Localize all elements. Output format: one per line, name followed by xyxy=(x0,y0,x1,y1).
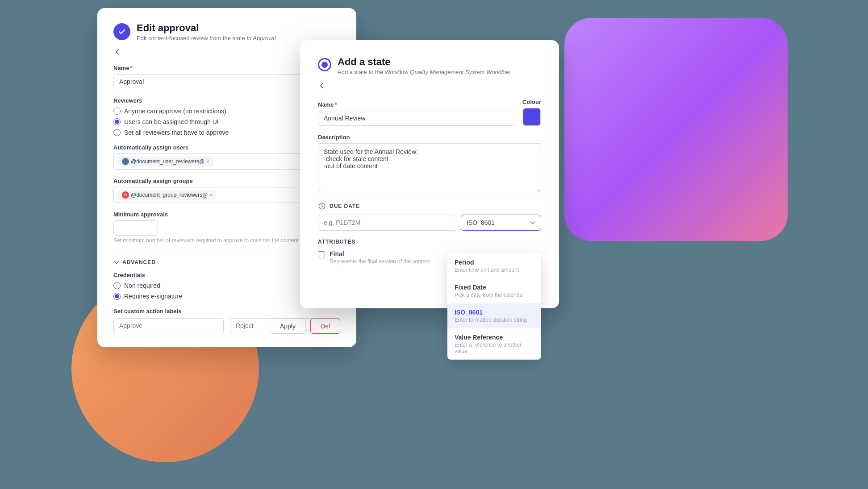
edit-custom-labels-label: Set custom action labels xyxy=(113,308,340,315)
dropdown-item-iso8601[interactable]: ISO_8601 Enter formatted duration string xyxy=(447,303,541,328)
credential-label-1: Non required xyxy=(124,282,160,289)
edit-dialog-footer: Apply Del xyxy=(270,319,340,334)
dropdown-item-fixed-date[interactable]: Fixed Date Pick a date from the calendar xyxy=(447,278,541,303)
edit-apply-button[interactable]: Apply xyxy=(270,319,306,334)
radio-inner xyxy=(321,62,328,68)
add-dialog-icon xyxy=(318,58,331,71)
group-tag-remove[interactable]: × xyxy=(209,192,213,198)
add-dialog-title: Add a state xyxy=(338,56,510,68)
add-final-text: Final Represents the final version of th… xyxy=(330,250,430,265)
edit-approve-input[interactable] xyxy=(113,318,224,333)
clock-icon xyxy=(318,202,326,210)
edit-dialog-subtitle: Edit content-focused review from the sta… xyxy=(137,35,276,41)
add-dialog-subtitle-prefix: Add a state to the Workflow xyxy=(338,69,409,75)
add-back-button[interactable] xyxy=(318,82,541,90)
user-tag-remove[interactable]: × xyxy=(206,159,209,164)
dropdown-item-value-ref[interactable]: Value Reference Enter a reference to ano… xyxy=(447,328,541,360)
credential-radio-2[interactable] xyxy=(113,293,121,300)
dropdown-fixed-date-title: Fixed Date xyxy=(455,284,534,291)
name-required-star: * xyxy=(130,65,132,71)
user-tag-label: @document_user_reviewers@ xyxy=(131,158,204,165)
dropdown-fixed-date-desc: Pick a date from the calendar xyxy=(455,292,534,298)
edit-delete-button[interactable]: Del xyxy=(310,319,340,334)
group-tag-label: @document_group_reviewers@ xyxy=(131,192,208,198)
edit-dialog-subtitle-text: Edit content-focused review from the sta… xyxy=(137,35,245,41)
background-shape-purple xyxy=(564,18,788,241)
add-description-label: Description xyxy=(318,134,541,141)
reviewer-label-2: Users can be assigned through UI xyxy=(124,118,219,125)
dropdown-iso8601-desc: Enter formatted duration string xyxy=(455,317,534,323)
add-final-checkbox[interactable] xyxy=(318,251,325,258)
advanced-label: ADVANCED xyxy=(122,259,156,265)
group-tag: ⚙ @document_group_reviewers@ × xyxy=(118,190,216,200)
edit-dialog-title: Edit approval xyxy=(137,22,276,34)
edit-min-approvals-input[interactable] xyxy=(113,220,158,236)
name-colour-row: Name * Colour xyxy=(318,99,541,126)
add-due-date-select[interactable]: Period Fixed Date ISO_8601 Value Referen… xyxy=(461,215,541,231)
credential-radio-1[interactable] xyxy=(113,282,121,289)
add-due-date-section: DUE DATE Period Fixed Date ISO_8601 Valu… xyxy=(318,202,541,231)
edit-dialog-header: Edit approval Edit content-focused revie… xyxy=(113,22,340,41)
add-dialog-title-block: Add a state Add a state to the Workflow … xyxy=(338,56,510,75)
edit-dialog-title-block: Edit approval Edit content-focused revie… xyxy=(137,22,276,41)
add-dialog-subtitle: Add a state to the Workflow Quality Mana… xyxy=(338,69,510,75)
add-name-required-star: * xyxy=(334,101,337,108)
add-attributes-label: ATTRIBUTES xyxy=(318,239,541,245)
add-due-date-input[interactable] xyxy=(318,215,456,231)
dropdown-item-period[interactable]: Period Enter time unit and amount xyxy=(447,253,541,278)
reviewer-radio-2[interactable] xyxy=(113,118,121,125)
back-arrow-icon xyxy=(113,48,121,56)
dropdown-period-title: Period xyxy=(455,259,534,266)
user-tag-icon: 👤 xyxy=(122,158,129,165)
add-dialog-header: Add a state Add a state to the Workflow … xyxy=(318,56,541,75)
add-final-desc: Represents the final version of the cont… xyxy=(330,258,430,265)
dropdown-value-ref-title: Value Reference xyxy=(455,334,534,341)
reviewer-radio-3[interactable] xyxy=(113,129,121,136)
add-name-label: Name * xyxy=(318,101,515,108)
group-tag-icon: ⚙ xyxy=(122,191,129,199)
user-tag: 👤 @document_user_reviewers@ × xyxy=(118,157,213,166)
due-date-dropdown: Period Enter time unit and amount Fixed … xyxy=(447,253,541,360)
check-icon xyxy=(117,27,126,36)
reviewer-radio-1[interactable] xyxy=(113,108,121,115)
add-colour-section: Colour xyxy=(522,99,541,126)
add-name-field: Name * xyxy=(318,101,515,126)
add-colour-label: Colour xyxy=(522,99,541,105)
credential-label-2: Requires e-signature xyxy=(124,293,182,300)
add-description-section: Description State used for the Annual Re… xyxy=(318,134,541,194)
dropdown-iso8601-title: ISO_8601 xyxy=(455,309,534,316)
add-due-date-header: DUE DATE xyxy=(318,202,541,210)
add-name-input[interactable] xyxy=(318,111,515,126)
add-dialog-subtitle-italic: Quality Management System Workflow xyxy=(410,69,510,75)
add-due-date-row: Period Fixed Date ISO_8601 Value Referen… xyxy=(318,215,541,231)
add-state-dialog: Add a state Add a state to the Workflow … xyxy=(300,40,559,308)
chevron-down-icon xyxy=(113,259,120,265)
add-final-label: Final xyxy=(330,250,430,257)
edit-dialog-icon xyxy=(113,23,130,40)
reviewer-label-3: Set all reviewers that have to approve xyxy=(124,129,229,136)
dropdown-value-ref-desc: Enter a reference to another value xyxy=(455,342,534,354)
dropdown-period-desc: Enter time unit and amount xyxy=(455,267,534,273)
add-due-date-label: DUE DATE xyxy=(330,203,360,209)
edit-dialog-subtitle-italic: In Approval xyxy=(246,35,275,41)
add-back-arrow-icon xyxy=(318,82,326,90)
add-colour-swatch[interactable] xyxy=(523,108,541,126)
reviewer-label-1: Anyone can approve (no restrictions) xyxy=(124,108,226,115)
add-description-textarea[interactable]: State used for the Annual Review: -check… xyxy=(318,143,541,192)
